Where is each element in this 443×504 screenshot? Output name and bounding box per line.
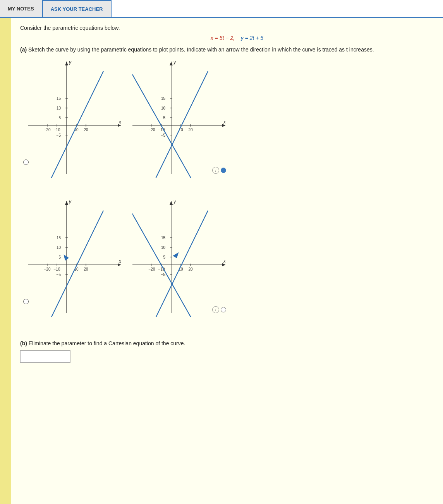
svg-marker-74 (170, 201, 173, 205)
left-sidebar (0, 18, 11, 504)
content-area: Consider the parametric equations below.… (11, 18, 443, 504)
info-container-4: i (212, 306, 226, 313)
svg-text:−20: −20 (149, 128, 155, 132)
radio-dot-4[interactable] (221, 307, 226, 312)
svg-text:−10: −10 (54, 267, 60, 271)
svg-text:x: x (118, 119, 121, 125)
svg-text:−5: −5 (57, 273, 61, 277)
svg-text:−5: −5 (161, 133, 166, 137)
graph-cell-1: x y 15 10 5 −5 −20 −10 (20, 58, 125, 189)
svg-marker-3 (65, 62, 68, 65)
svg-line-45 (132, 71, 208, 178)
svg-line-93 (132, 211, 208, 317)
svg-text:10: 10 (57, 106, 61, 110)
svg-text:15: 15 (161, 236, 166, 240)
radio-dot-1[interactable] (23, 159, 29, 165)
eq-y: y = 2t + 5 (241, 35, 263, 41)
ask-teacher-tab[interactable]: ASK YOUR TEACHER (42, 0, 112, 17)
svg-text:y: y (69, 60, 72, 65)
svg-text:5: 5 (58, 255, 61, 259)
eq-x: x = 5t − 2, (211, 35, 235, 41)
svg-marker-70 (62, 253, 69, 261)
part-b: (b) Eliminate the parameter to find a Ca… (20, 340, 431, 363)
svg-text:10: 10 (161, 245, 166, 250)
graph-svg-4: x y 15 10 5 −5 −20 −10 (132, 197, 225, 317)
svg-text:−5: −5 (57, 133, 61, 137)
svg-line-94 (132, 211, 214, 317)
graph-cell-4: x y 15 10 5 −5 −20 −10 (125, 197, 229, 329)
info-icon-4[interactable]: i (212, 306, 219, 313)
graphs-row-1: x y 15 10 5 −5 −20 −10 (20, 58, 431, 189)
svg-line-46 (132, 71, 214, 178)
part-b-label: (b) Eliminate the parameter to find a Ca… (20, 340, 431, 346)
top-bar: MY NOTES ASK YOUR TEACHER (0, 0, 443, 18)
problem-intro: Consider the parametric equations below. (20, 25, 431, 31)
svg-marker-26 (170, 62, 173, 65)
svg-text:y: y (173, 199, 176, 204)
svg-text:20: 20 (188, 128, 193, 132)
svg-text:−5: −5 (161, 273, 166, 277)
svg-marker-50 (65, 201, 68, 205)
info-icon-2[interactable]: i (212, 167, 219, 174)
radio-dot-2-selected[interactable] (221, 168, 226, 173)
svg-text:−20: −20 (149, 267, 155, 271)
svg-text:15: 15 (161, 96, 166, 101)
graphs-row-2: x y 15 10 5 −5 −20 −10 (20, 197, 431, 329)
svg-text:y: y (173, 60, 176, 65)
radio-1[interactable] (23, 159, 29, 166)
svg-text:x: x (223, 119, 225, 125)
part-a-label: (a) Sketch the curve by using the parame… (20, 46, 431, 54)
svg-text:y: y (69, 199, 72, 204)
svg-text:−10: −10 (54, 128, 60, 132)
svg-text:5: 5 (163, 255, 165, 259)
svg-line-69 (28, 211, 103, 317)
svg-marker-95 (173, 251, 180, 259)
graph-svg-2: x y 15 10 5 −5 −20 −10 (132, 58, 225, 178)
info-container-2: i (212, 167, 226, 174)
svg-text:15: 15 (57, 236, 61, 240)
svg-text:−20: −20 (44, 267, 51, 271)
svg-text:10: 10 (57, 245, 61, 250)
graph-cell-2: x y 15 10 5 −5 −20 −10 (125, 58, 229, 189)
svg-text:5: 5 (58, 116, 61, 120)
svg-text:x: x (223, 259, 225, 264)
svg-text:5: 5 (163, 116, 165, 120)
svg-text:20: 20 (84, 267, 88, 271)
svg-line-22 (28, 71, 103, 178)
cartesian-answer-input[interactable] (20, 350, 70, 363)
graph-cell-3: x y 15 10 5 −5 −20 −10 (20, 197, 125, 329)
my-notes-tab[interactable]: MY NOTES (0, 0, 42, 17)
equation-line: x = 5t − 2, y = 2t + 5 (43, 35, 431, 41)
svg-text:−20: −20 (44, 128, 51, 132)
svg-text:15: 15 (57, 96, 61, 101)
svg-text:10: 10 (161, 106, 166, 110)
radio-dot-3[interactable] (23, 299, 29, 304)
svg-text:20: 20 (84, 128, 88, 132)
svg-text:20: 20 (188, 267, 193, 271)
radio-3[interactable] (23, 299, 29, 305)
graph-svg-1: x y 15 10 5 −5 −20 −10 (28, 58, 121, 178)
svg-text:x: x (118, 259, 121, 264)
graph-svg-3: x y 15 10 5 −5 −20 −10 (28, 197, 121, 317)
